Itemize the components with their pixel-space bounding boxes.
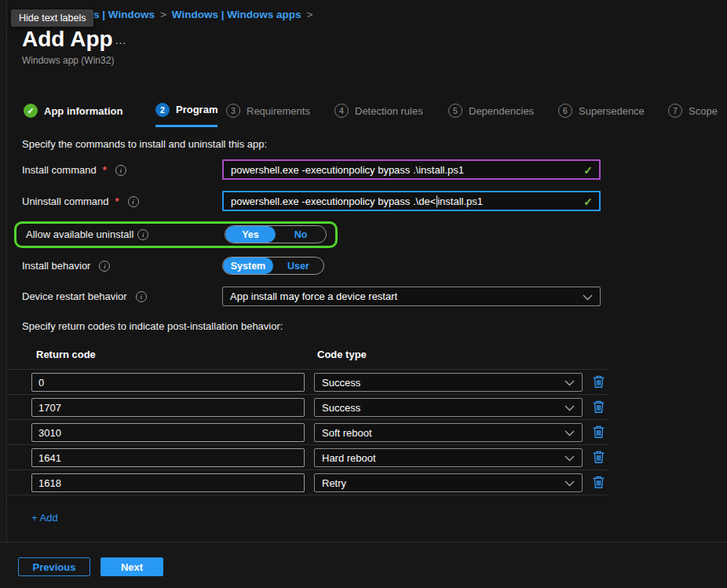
code-type-value: Retry bbox=[322, 477, 346, 489]
info-icon[interactable]: i bbox=[99, 261, 110, 272]
delete-row-button[interactable] bbox=[590, 450, 606, 466]
code-type-select[interactable]: Retry bbox=[314, 473, 583, 492]
step-app-information[interactable]: ✓ App information bbox=[24, 100, 122, 121]
step-number: 7 bbox=[668, 104, 682, 118]
step-complete-check-icon: ✓ bbox=[24, 104, 38, 118]
info-icon[interactable]: i bbox=[115, 165, 126, 176]
chevron-down-icon bbox=[564, 480, 575, 487]
info-icon[interactable]: i bbox=[128, 196, 139, 207]
step-label: App information bbox=[44, 105, 122, 117]
wizard-footer: Previous Next bbox=[0, 542, 727, 588]
page-subtitle: Windows app (Win32) bbox=[22, 55, 114, 66]
step-detection-rules[interactable]: 4 Detection rules bbox=[334, 100, 423, 121]
required-asterisk: * bbox=[115, 192, 119, 212]
table-row: Hard reboot bbox=[8, 445, 608, 470]
step-label: Scope bbox=[689, 105, 718, 117]
add-app-blade: s | Windows>Windows | Windows apps> Hide… bbox=[0, 0, 727, 588]
trash-icon bbox=[592, 450, 605, 464]
chevron-down-icon bbox=[564, 430, 575, 436]
chevron-down-icon bbox=[564, 455, 575, 462]
code-type-select[interactable]: Soft reboot bbox=[314, 423, 583, 442]
chevron-down-icon bbox=[564, 380, 575, 386]
wizard-steps: ✓ App information 2 Program 3 Requiremen… bbox=[0, 100, 727, 127]
install-behavior-user-option[interactable]: User bbox=[273, 257, 323, 274]
step-requirements[interactable]: 3 Requirements bbox=[226, 100, 310, 121]
step-label: Dependencies bbox=[469, 105, 534, 117]
code-type-value: Success bbox=[322, 377, 360, 389]
install-behavior-row: Install behavior i System User bbox=[22, 256, 110, 276]
chevron-down-icon bbox=[583, 294, 593, 301]
step-dependencies[interactable]: 5 Dependencies bbox=[448, 100, 534, 121]
install-behavior-toggle: System User bbox=[222, 257, 324, 275]
required-asterisk: * bbox=[103, 160, 107, 181]
step-number: 6 bbox=[558, 104, 572, 118]
return-codes-table: Success Success Soft reboot bbox=[8, 369, 608, 495]
uninstall-command-input[interactable]: powershell.exe -executionpolicy bypass .… bbox=[222, 191, 601, 211]
code-type-select[interactable]: Hard reboot bbox=[314, 448, 583, 467]
trash-icon bbox=[592, 374, 605, 389]
return-code-input[interactable] bbox=[31, 398, 305, 417]
valid-check-icon: ✓ bbox=[583, 195, 593, 208]
step-label: Detection rules bbox=[355, 105, 423, 117]
uninstall-command-value-after-cursor: install.ps1 bbox=[437, 195, 483, 207]
more-actions-ellipsis-icon[interactable]: … bbox=[115, 33, 127, 46]
step-number: 2 bbox=[155, 103, 170, 117]
breadcrumb-link-windows[interactable]: s | Windows bbox=[93, 9, 155, 20]
step-label: Requirements bbox=[247, 105, 310, 117]
table-row: Retry bbox=[8, 470, 608, 495]
allow-uninstall-yes-option[interactable]: Yes bbox=[225, 226, 276, 243]
code-type-value: Hard reboot bbox=[322, 452, 376, 464]
delete-row-button[interactable] bbox=[590, 425, 606, 440]
trash-icon bbox=[592, 475, 605, 489]
add-return-code-link[interactable]: + Add bbox=[31, 512, 58, 524]
breadcrumb: s | Windows>Windows | Windows apps> bbox=[93, 9, 319, 20]
table-row: Success bbox=[8, 370, 608, 395]
install-command-label: Install command bbox=[22, 160, 97, 181]
step-number: 3 bbox=[226, 104, 240, 118]
breadcrumb-separator: > bbox=[160, 9, 166, 20]
uninstall-command-value-before-cursor: powershell.exe -executionpolicy bypass .… bbox=[231, 195, 436, 207]
next-button[interactable]: Next bbox=[100, 557, 163, 576]
delete-row-button[interactable] bbox=[590, 400, 606, 415]
step-label: Supersedence bbox=[579, 105, 645, 117]
install-behavior-system-option[interactable]: System bbox=[223, 257, 273, 274]
table-row: Soft reboot bbox=[8, 420, 608, 445]
page-title: Add App bbox=[22, 27, 113, 52]
footer-divider bbox=[0, 542, 727, 542]
install-command-value: powershell.exe -executionpolicy bypass .… bbox=[231, 164, 464, 176]
return-code-input[interactable] bbox=[31, 473, 305, 492]
code-type-select[interactable]: Success bbox=[314, 398, 583, 417]
return-code-input[interactable] bbox=[31, 423, 305, 442]
breadcrumb-link-windows-apps[interactable]: Windows | Windows apps bbox=[172, 9, 301, 20]
trash-icon bbox=[592, 425, 605, 439]
install-behavior-label: Install behavior bbox=[22, 256, 90, 276]
return-code-input[interactable] bbox=[31, 448, 305, 467]
valid-check-icon: ✓ bbox=[583, 164, 593, 177]
previous-button[interactable]: Previous bbox=[18, 557, 90, 576]
info-icon[interactable]: i bbox=[136, 291, 147, 302]
allow-available-uninstall-highlight: Allow available uninstall i Yes No bbox=[14, 221, 338, 248]
return-code-column-header: Return code bbox=[36, 349, 96, 360]
step-program[interactable]: 2 Program bbox=[155, 100, 217, 127]
return-codes-intro-text: Specify return codes to indicate post-in… bbox=[22, 320, 283, 332]
device-restart-behavior-value: App install may force a device restart bbox=[230, 290, 397, 302]
hide-text-labels-tooltip: Hide text labels bbox=[11, 9, 93, 27]
allow-uninstall-no-option[interactable]: No bbox=[276, 226, 326, 243]
install-command-input[interactable]: powershell.exe -executionpolicy bypass .… bbox=[222, 159, 601, 180]
allow-available-uninstall-label: Allow available uninstall bbox=[26, 224, 133, 246]
step-number: 4 bbox=[334, 104, 349, 118]
info-icon[interactable]: i bbox=[137, 229, 148, 240]
delete-row-button[interactable] bbox=[590, 374, 606, 390]
step-scope[interactable]: 7 Scope bbox=[668, 100, 718, 121]
breadcrumb-separator: > bbox=[307, 9, 313, 20]
chevron-down-icon bbox=[564, 405, 575, 411]
delete-row-button[interactable] bbox=[590, 475, 606, 491]
uninstall-command-row: Uninstall command * i bbox=[22, 192, 139, 212]
uninstall-command-label: Uninstall command bbox=[22, 192, 109, 212]
return-code-input[interactable] bbox=[31, 373, 305, 392]
step-supersedence[interactable]: 6 Supersedence bbox=[558, 100, 645, 121]
code-type-select[interactable]: Success bbox=[314, 373, 583, 392]
device-restart-behavior-select[interactable]: App install may force a device restart bbox=[222, 287, 601, 306]
device-restart-behavior-label: Device restart behavior bbox=[22, 287, 127, 307]
code-type-value: Success bbox=[322, 402, 360, 414]
